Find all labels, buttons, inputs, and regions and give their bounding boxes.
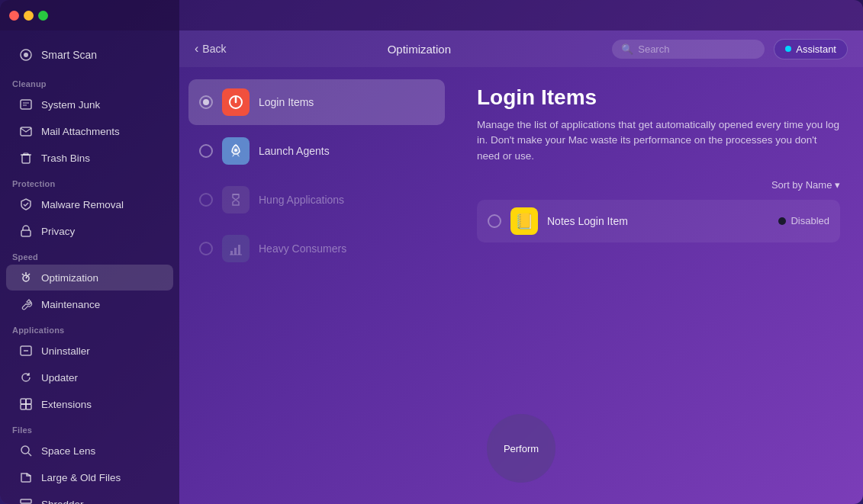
sidebar-section-protection: Protection xyxy=(0,172,179,191)
list-item-launch-agents[interactable]: Launch Agents xyxy=(188,128,445,174)
extensions-label: Extensions xyxy=(41,399,92,410)
svg-line-11 xyxy=(28,274,30,275)
list-item-radio-launch-agents xyxy=(199,144,213,158)
large-old-files-label: Large & Old Files xyxy=(41,472,121,483)
assistant-button[interactable]: Assistant xyxy=(774,39,848,59)
shredder-label: Shredder xyxy=(41,499,84,505)
heavy-consumers-icon xyxy=(222,235,250,262)
privacy-icon xyxy=(18,223,34,239)
optimization-icon xyxy=(18,270,34,285)
login-items-list: 📒 Notes Login Item Disabled xyxy=(477,200,840,242)
maintenance-label: Maintenance xyxy=(41,299,100,310)
search-input[interactable] xyxy=(638,43,752,55)
malware-removal-icon xyxy=(18,197,34,212)
smart-scan-label: Smart Scan xyxy=(41,49,97,61)
sidebar-item-system-junk[interactable]: System Junk xyxy=(6,91,173,117)
sidebar-item-mail-attachments[interactable]: Mail Attachments xyxy=(6,118,173,144)
main-area: ‹ Back Optimization 🔍 Assistant xyxy=(179,0,863,504)
svg-rect-6 xyxy=(22,155,30,163)
svg-rect-23 xyxy=(21,499,31,503)
sidebar-item-trash-bins[interactable]: Trash Bins xyxy=(6,145,173,171)
back-label: Back xyxy=(202,43,226,55)
back-button[interactable]: ‹ Back xyxy=(195,42,226,56)
sort-label: Sort by Name ▾ xyxy=(771,179,840,191)
search-icon: 🔍 xyxy=(621,43,633,55)
sidebar-item-large-old-files[interactable]: Large & Old Files xyxy=(6,464,173,490)
svg-rect-2 xyxy=(21,100,31,109)
privacy-label: Privacy xyxy=(41,226,75,237)
radio-selected-dot xyxy=(203,99,209,105)
uninstaller-label: Uninstaller xyxy=(41,345,90,357)
trash-bins-label: Trash Bins xyxy=(41,152,90,164)
sidebar-item-maintenance[interactable]: Maintenance xyxy=(6,291,173,317)
login-item-row: 📒 Notes Login Item Disabled xyxy=(477,200,840,242)
notes-login-item-name: Notes Login Item xyxy=(547,215,769,227)
space-lens-icon xyxy=(18,443,34,458)
svg-rect-18 xyxy=(26,399,31,404)
space-lens-label: Space Lens xyxy=(41,445,95,457)
svg-rect-31 xyxy=(234,248,237,255)
svg-line-14 xyxy=(26,276,27,278)
list-item-hung-applications[interactable]: Hung Applications xyxy=(188,177,445,223)
svg-rect-20 xyxy=(26,404,31,409)
svg-point-1 xyxy=(24,53,28,57)
sidebar-item-smart-scan[interactable]: Smart Scan xyxy=(6,40,173,70)
sidebar-item-optimization[interactable]: Optimization xyxy=(6,265,173,291)
sidebar-section-files: Files xyxy=(0,418,179,437)
main-topbar: ‹ Back Optimization 🔍 Assistant xyxy=(179,30,863,67)
list-item-heavy-consumers[interactable]: Heavy Consumers xyxy=(188,226,445,271)
svg-point-21 xyxy=(21,446,29,454)
close-button[interactable] xyxy=(9,11,19,21)
system-junk-icon xyxy=(18,97,34,112)
shredder-icon xyxy=(18,496,34,504)
sidebar-item-uninstaller[interactable]: Uninstaller xyxy=(6,338,173,364)
notes-login-item-status: Disabled xyxy=(778,215,829,226)
maintenance-icon xyxy=(18,297,34,312)
trash-bins-icon xyxy=(18,150,34,165)
assistant-dot-icon xyxy=(785,46,791,52)
sidebar-item-space-lens[interactable]: Space Lens xyxy=(6,438,173,464)
perform-button[interactable]: Perform xyxy=(487,414,555,483)
hung-applications-icon xyxy=(222,186,250,213)
traffic-lights xyxy=(9,11,48,21)
sort-bar: Sort by Name ▾ xyxy=(477,179,840,191)
smart-scan-icon xyxy=(18,47,34,63)
launch-agents-label: Launch Agents xyxy=(259,145,330,157)
svg-rect-30 xyxy=(230,251,233,255)
hung-applications-label: Hung Applications xyxy=(259,194,344,206)
sidebar-section-cleanup: Cleanup xyxy=(0,72,179,91)
list-item-login-items[interactable]: Login Items xyxy=(188,79,445,125)
login-items-icon xyxy=(222,88,250,116)
list-item-radio-login-items xyxy=(199,95,213,109)
mail-attachments-icon xyxy=(18,124,34,139)
disabled-status-label: Disabled xyxy=(791,215,829,226)
optimization-label: Optimization xyxy=(41,272,98,284)
assistant-label: Assistant xyxy=(796,43,836,55)
sidebar-item-malware-removal[interactable]: Malware Removal xyxy=(6,191,173,217)
search-bar[interactable]: 🔍 xyxy=(612,40,765,59)
sort-by-name-button[interactable]: Sort by Name ▾ xyxy=(771,179,840,191)
large-old-files-icon xyxy=(18,470,34,485)
sidebar-item-shredder[interactable]: Shredder xyxy=(6,491,173,504)
detail-description: Manage the list of applications that get… xyxy=(477,117,840,164)
sidebar-section-speed: Speed xyxy=(0,245,179,264)
svg-rect-8 xyxy=(24,153,28,155)
updater-label: Updater xyxy=(41,372,78,384)
notes-login-item-radio[interactable] xyxy=(488,214,501,228)
maximize-button[interactable] xyxy=(38,11,48,21)
list-panel: Login Items Launch Agents xyxy=(179,67,454,504)
updater-icon xyxy=(18,370,34,385)
svg-point-29 xyxy=(234,149,237,152)
malware-removal-label: Malware Removal xyxy=(41,199,124,210)
minimize-button[interactable] xyxy=(24,11,34,21)
svg-rect-19 xyxy=(21,404,26,409)
sidebar-item-extensions[interactable]: Extensions xyxy=(6,391,173,417)
login-items-label: Login Items xyxy=(259,96,314,108)
launch-agents-icon xyxy=(222,137,250,165)
topbar-right: 🔍 Assistant xyxy=(612,39,848,59)
sidebar-item-privacy[interactable]: Privacy xyxy=(6,218,173,244)
topbar-title: Optimization xyxy=(388,43,451,56)
sidebar-item-updater[interactable]: Updater xyxy=(6,364,173,390)
svg-rect-17 xyxy=(21,399,26,404)
notes-login-item-icon: 📒 xyxy=(510,207,538,235)
